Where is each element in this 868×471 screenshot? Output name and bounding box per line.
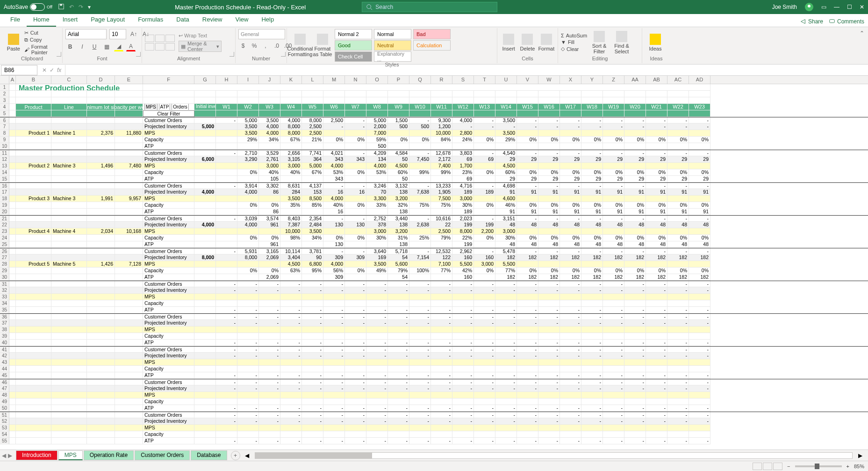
alignment-launcher-icon[interactable] bbox=[230, 52, 234, 57]
cell[interactable] bbox=[9, 314, 16, 320]
cell[interactable]: 29 bbox=[581, 176, 603, 182]
cell[interactable]: - bbox=[689, 150, 710, 156]
cell[interactable]: ATP bbox=[143, 340, 194, 346]
cell[interactable]: - bbox=[646, 340, 667, 346]
cell[interactable] bbox=[9, 91, 16, 97]
cell[interactable] bbox=[517, 228, 538, 235]
cell[interactable]: - bbox=[474, 314, 495, 320]
cell[interactable] bbox=[603, 359, 624, 366]
cell[interactable]: 0% bbox=[259, 268, 280, 274]
cell[interactable] bbox=[9, 123, 16, 130]
cell[interactable]: Customer Orders bbox=[143, 248, 194, 254]
cell[interactable]: 0% bbox=[517, 169, 538, 176]
cell[interactable]: 0% bbox=[624, 235, 646, 241]
cell[interactable] bbox=[517, 399, 538, 405]
cell[interactable] bbox=[51, 183, 87, 189]
cell[interactable]: - bbox=[689, 248, 710, 254]
cell[interactable]: - bbox=[302, 353, 323, 359]
cell[interactable]: 86 bbox=[259, 189, 280, 196]
cell[interactable] bbox=[9, 202, 16, 209]
row-header[interactable]: 32 bbox=[0, 287, 9, 294]
cell[interactable] bbox=[115, 307, 143, 313]
comma-button[interactable]: , bbox=[261, 41, 270, 51]
cell[interactable] bbox=[388, 326, 409, 333]
cell[interactable]: - bbox=[646, 248, 667, 254]
format-painter-button[interactable]: 🖌 Format Painter bbox=[24, 44, 59, 55]
row-header[interactable]: 53 bbox=[0, 425, 9, 431]
cell[interactable]: Customer Orders bbox=[143, 183, 194, 189]
cell[interactable] bbox=[280, 294, 302, 300]
cell[interactable]: 5,000 bbox=[302, 163, 323, 169]
cell[interactable] bbox=[194, 294, 216, 300]
cell[interactable] bbox=[323, 143, 345, 150]
cell[interactable] bbox=[216, 425, 237, 431]
cell[interactable]: - bbox=[667, 314, 689, 320]
cell[interactable] bbox=[9, 84, 16, 91]
cell[interactable]: 0% bbox=[237, 268, 259, 274]
cell[interactable]: - bbox=[474, 372, 495, 379]
cell[interactable]: 23% bbox=[452, 169, 474, 176]
cell[interactable] bbox=[51, 320, 87, 326]
cancel-formula-icon[interactable]: ✕ bbox=[42, 67, 47, 73]
cell[interactable] bbox=[667, 294, 689, 300]
cell[interactable]: 91 bbox=[560, 209, 581, 215]
row-header[interactable]: 23 bbox=[0, 228, 9, 235]
row-header[interactable]: 43 bbox=[0, 359, 9, 366]
cell[interactable] bbox=[115, 137, 143, 143]
cell[interactable]: 4,000 bbox=[259, 123, 280, 130]
cell[interactable] bbox=[646, 399, 667, 405]
column-header[interactable]: AB bbox=[646, 76, 667, 84]
cell[interactable]: - bbox=[388, 353, 409, 359]
cell[interactable] bbox=[603, 392, 624, 399]
cell[interactable]: - bbox=[667, 183, 689, 189]
cell[interactable]: - bbox=[345, 412, 366, 418]
cell[interactable]: 4,000 bbox=[237, 222, 259, 228]
cell[interactable] bbox=[87, 359, 115, 366]
cell[interactable]: MPS bbox=[143, 359, 194, 366]
cell[interactable] bbox=[624, 425, 646, 431]
cell[interactable]: - bbox=[646, 320, 667, 326]
row-header[interactable]: 15 bbox=[0, 176, 9, 182]
cell[interactable] bbox=[194, 326, 216, 333]
cell[interactable]: - bbox=[237, 287, 259, 294]
cell[interactable] bbox=[16, 235, 51, 241]
cell[interactable]: 0% bbox=[517, 202, 538, 209]
cell[interactable]: MPS bbox=[143, 130, 194, 137]
cell[interactable] bbox=[388, 300, 409, 307]
cell[interactable] bbox=[452, 97, 474, 104]
cell[interactable] bbox=[16, 169, 51, 176]
cell[interactable]: 182 bbox=[603, 274, 624, 281]
cell[interactable] bbox=[216, 300, 237, 307]
cell[interactable]: 3,500 bbox=[495, 130, 517, 137]
format-cells-button[interactable]: Format bbox=[538, 34, 555, 51]
cell[interactable] bbox=[689, 431, 710, 438]
cell[interactable] bbox=[51, 91, 87, 97]
cell[interactable] bbox=[115, 143, 143, 150]
cell[interactable] bbox=[16, 156, 51, 163]
cell[interactable] bbox=[87, 268, 115, 274]
cell[interactable] bbox=[366, 431, 388, 438]
cell[interactable] bbox=[603, 97, 624, 104]
cell[interactable]: 343 bbox=[345, 156, 366, 163]
cell[interactable]: 9,957 bbox=[115, 196, 143, 202]
cell[interactable] bbox=[115, 300, 143, 307]
cell[interactable]: W6 bbox=[323, 104, 345, 110]
cell[interactable]: - bbox=[495, 281, 517, 287]
cell[interactable] bbox=[624, 110, 646, 117]
cell[interactable]: - bbox=[495, 123, 517, 130]
cell[interactable]: - bbox=[517, 347, 538, 353]
cell[interactable] bbox=[115, 274, 143, 281]
cell[interactable] bbox=[216, 333, 237, 340]
cell[interactable]: - bbox=[237, 372, 259, 379]
cell[interactable]: - bbox=[280, 307, 302, 313]
cell[interactable] bbox=[646, 294, 667, 300]
cell[interactable]: 10,114 bbox=[280, 248, 302, 254]
cell[interactable] bbox=[16, 353, 51, 359]
cell[interactable]: 2,069 bbox=[259, 254, 280, 261]
cell[interactable]: 79% bbox=[388, 268, 409, 274]
cell[interactable] bbox=[581, 196, 603, 202]
cell[interactable]: Machine 4 bbox=[51, 228, 87, 235]
cell[interactable]: - bbox=[216, 379, 237, 385]
cell[interactable]: 2,638 bbox=[409, 222, 431, 228]
cell[interactable]: - bbox=[517, 216, 538, 222]
